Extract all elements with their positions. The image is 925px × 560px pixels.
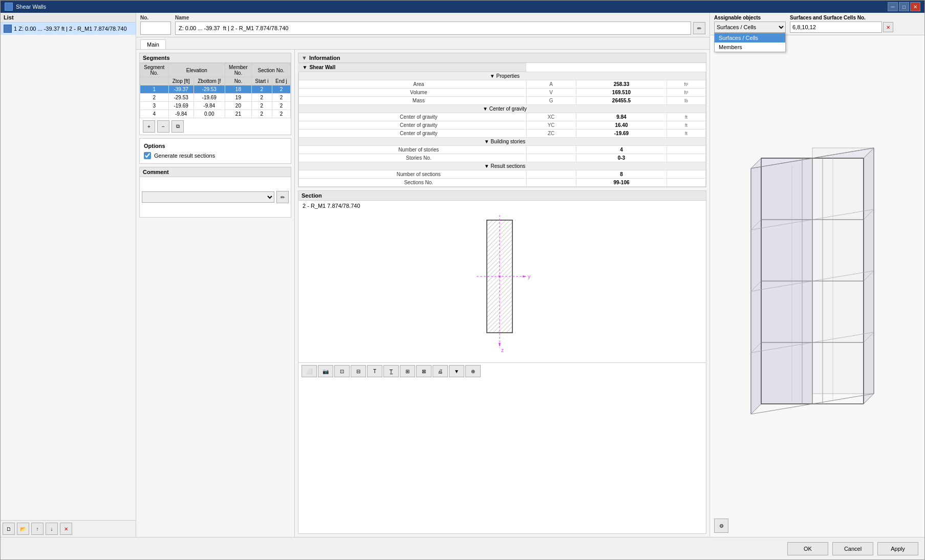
zc-key: ZC: [526, 130, 576, 138]
stories-collapse-icon[interactable]: ▼: [484, 139, 489, 144]
yc-value: 16.40: [576, 121, 666, 130]
select-container: Surfaces / Cells Members Surfaces / Cell…: [714, 21, 786, 33]
cell-zbottom: -9.84: [193, 102, 225, 110]
col-seg-no: [140, 77, 169, 85]
section-panel: Section 2 - R_M1 7.874/78.740: [298, 190, 706, 534]
viewer-options-icon[interactable]: ⚙: [714, 519, 728, 533]
no-input[interactable]: [140, 21, 171, 35]
cancel-button[interactable]: Cancel: [832, 542, 873, 555]
list-item[interactable]: 1 Z: 0.00 ... -39.37 ft | 2 - R_M1 7.874…: [1, 23, 136, 35]
cell-ztop: -9.84: [168, 110, 193, 118]
building-3d-svg: [720, 127, 915, 445]
section-tool-5[interactable]: T: [367, 365, 382, 377]
section-tool-7[interactable]: ⊞: [400, 365, 415, 377]
edit-name-button[interactable]: ✏: [693, 22, 705, 34]
result-label: Result sections: [490, 163, 525, 169]
section-tool-4[interactable]: ⊟: [351, 365, 366, 377]
section-tool-10[interactable]: ▼: [449, 365, 464, 377]
yc-row: Center of gravity YC 16.40 ft: [299, 121, 706, 130]
comment-select[interactable]: [142, 191, 274, 203]
viewer-area[interactable]: ⚙: [710, 35, 924, 537]
volume-value: 169.510: [576, 89, 666, 97]
assignable-group: Assignable objects Surfaces / Cells Memb…: [714, 15, 786, 33]
minimize-button[interactable]: ─: [888, 2, 898, 11]
open-list-button[interactable]: 📂: [17, 523, 29, 535]
num-sections-value: 8: [576, 170, 666, 179]
maximize-button[interactable]: □: [899, 2, 909, 11]
col-ztop: Ztop [ft]: [168, 77, 193, 85]
xc-key: XC: [526, 113, 576, 121]
cell-ztop: -19.69: [168, 102, 193, 110]
section-tool-6[interactable]: T̲: [383, 365, 399, 377]
ok-button[interactable]: OK: [787, 542, 828, 555]
num-stories-row: Number of stories 4: [299, 146, 706, 154]
assignable-header: Assignable objects Surfaces / Cells Memb…: [710, 13, 924, 35]
section-tool-3[interactable]: ⊡: [334, 365, 350, 377]
properties-collapse-icon[interactable]: ▼: [490, 73, 495, 79]
zc-row: Center of gravity ZC -19.69 ft: [299, 130, 706, 138]
comment-edit-button[interactable]: ✏: [276, 191, 289, 203]
delete-segment-button[interactable]: −: [157, 120, 169, 133]
name-input[interactable]: [175, 21, 691, 35]
col-segment: SegmentNo.: [140, 63, 169, 77]
close-button[interactable]: ✕: [910, 2, 920, 11]
result-collapse-icon[interactable]: ▼: [484, 163, 489, 169]
apply-button[interactable]: Apply: [877, 542, 918, 555]
cell-zbottom: 0.00: [193, 110, 225, 118]
copy-segment-button[interactable]: ⧉: [171, 120, 184, 133]
generate-sections-checkbox[interactable]: [144, 152, 151, 159]
section-tool-9[interactable]: 🖨: [433, 365, 448, 377]
shear-wall-icon: [4, 25, 12, 33]
cell-member: 19: [225, 94, 251, 102]
cog-z-label: Center of gravity: [299, 130, 527, 138]
cell-start: 2: [251, 85, 272, 94]
no-label: No.: [140, 15, 171, 20]
sections-no-row: Sections No. 99-106: [299, 179, 706, 187]
delete-button[interactable]: ✕: [60, 523, 72, 535]
right-panel: Assignable objects Surfaces / Cells Memb…: [709, 13, 924, 537]
section-tool-1[interactable]: ⬜: [302, 365, 317, 377]
dropdown-members[interactable]: Members: [715, 42, 785, 52]
information-table: ▼ Shear Wall ▼ Properties: [298, 63, 706, 187]
table-row[interactable]: 2 -29.53 -19.69 19 2 2: [140, 94, 291, 102]
comment-area: Comment ✏: [139, 167, 291, 534]
move-down-button[interactable]: ↓: [46, 523, 58, 535]
sections-no-value: 99-106: [576, 179, 666, 187]
svg-text:y: y: [528, 274, 530, 279]
dropdown-surfaces-cells[interactable]: Surfaces / Cells: [715, 33, 785, 42]
table-row[interactable]: 4 -9.84 0.00 21 2 2: [140, 110, 291, 118]
collapse-icon[interactable]: ▼: [302, 55, 307, 61]
section-svg: y z: [471, 215, 533, 358]
xc-row: Center of gravity XC 9.84 ft: [299, 113, 706, 121]
table-row[interactable]: 1 -39.37 -29.53 18 2 2: [140, 85, 291, 94]
comment-label: Comment: [139, 167, 291, 177]
section-tool-2[interactable]: 📷: [318, 365, 333, 377]
cell-seg: 4: [140, 110, 169, 118]
move-up-button[interactable]: ↑: [31, 523, 44, 535]
new-list-button[interactable]: 🗋: [3, 523, 15, 535]
surfaces-input[interactable]: [790, 21, 882, 33]
viewer-settings-button[interactable]: ⚙: [714, 519, 728, 533]
num-stories-unit: [667, 146, 706, 154]
table-row[interactable]: 3 -19.69 -9.84 20 2 2: [140, 102, 291, 110]
surfaces-clear-button[interactable]: ✕: [883, 22, 893, 32]
assignable-select[interactable]: Surfaces / Cells Members: [714, 21, 786, 33]
stories-label: Building stories: [490, 139, 525, 144]
window-title: Shear Walls: [16, 4, 46, 10]
section-tool-8[interactable]: ⊠: [416, 365, 432, 377]
col-member-no: No.: [225, 77, 251, 85]
shear-wall-collapse-icon[interactable]: ▼: [303, 64, 308, 70]
right-middle: ▼ Information ▼ Shear Wall: [295, 50, 709, 537]
svg-point-8: [499, 275, 501, 277]
title-bar: Shear Walls ─ □ ✕: [1, 1, 924, 13]
bottom-bar: OK Cancel Apply: [1, 537, 924, 559]
section-tool-11[interactable]: ⊕: [465, 365, 481, 377]
zc-value: -19.69: [576, 130, 666, 138]
cog-collapse-icon[interactable]: ▼: [483, 106, 488, 112]
surfaces-group: Surfaces and Surface Cells No. ✕: [790, 15, 920, 33]
list-item-label: 1 Z: 0.00 ... -39.37 ft | 2 - R_M1 7.874…: [14, 26, 127, 32]
add-segment-button[interactable]: +: [143, 120, 155, 133]
tab-main[interactable]: Main: [140, 39, 166, 49]
cell-start: 2: [251, 94, 272, 102]
options-title: Options: [144, 143, 287, 149]
